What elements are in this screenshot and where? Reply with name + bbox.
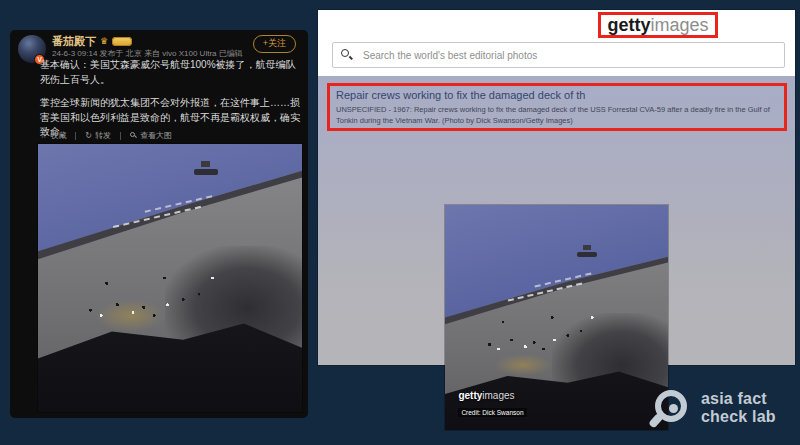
view-large-label: 查看大图	[140, 130, 172, 141]
repeat-icon: ↻	[85, 132, 92, 140]
watermark-credit: Credit: Dick Swanson	[458, 408, 526, 417]
crown-badge-icon: ♛	[100, 37, 108, 46]
post-paragraph: 基本确认：美国艾森豪威尔号航母100%被揍了，航母编队死伤上百号人。	[40, 58, 304, 87]
crew-figures	[38, 144, 302, 412]
fact-check-composite: V 番茄殿下 ♛ 24-6-3 09:14 发布于 北京 来自 vivo X10…	[0, 0, 800, 445]
favorite-action[interactable]: ☆ 收藏	[40, 130, 66, 141]
favorite-label: 收藏	[50, 130, 66, 141]
user-name-row: 番茄殿下 ♛	[52, 34, 132, 49]
photo-caption: UNSPECIFIED - 1967: Repair crews working…	[336, 104, 778, 127]
logo-line-1: asia fact	[701, 390, 776, 408]
weibo-post-panel: V 番茄殿下 ♛ 24-6-3 09:14 发布于 北京 来自 vivo X10…	[10, 30, 308, 418]
asia-fact-check-lab-logo: asia fact check lab	[652, 388, 776, 428]
divider	[75, 132, 76, 140]
logo-text: asia fact check lab	[701, 390, 776, 427]
post-action-bar: ☆ 收藏 ↻ 转发 查看大图	[40, 130, 172, 141]
username[interactable]: 番茄殿下	[52, 34, 96, 49]
repost-label: 转发	[95, 130, 111, 141]
repost-action[interactable]: ↻ 转发	[85, 130, 111, 141]
magnifier-icon	[130, 132, 137, 139]
getty-screenshot-panel: gettyimages Repair crews working to fix …	[318, 10, 795, 365]
getty-logo-bold: getty	[607, 15, 650, 35]
getty-logo-light: images	[650, 15, 708, 35]
follow-button[interactable]: +关注	[253, 35, 296, 53]
logo-annotation-box: gettyimages	[598, 12, 718, 38]
search-bar	[332, 42, 785, 68]
search-input[interactable]	[361, 49, 776, 62]
photo-title[interactable]: Repair crews working to fix the damaged …	[336, 89, 778, 101]
view-large-image-action[interactable]: 查看大图	[130, 130, 172, 141]
getty-watermark: gettyimages Credit: Dick Swanson	[458, 390, 526, 419]
getty-carrier-photo[interactable]: gettyimages Credit: Dick Swanson	[445, 205, 668, 430]
weibo-carrier-photo[interactable]	[38, 144, 302, 412]
bookmark-icon: ☆	[40, 132, 47, 140]
magnifier-logo-icon	[652, 388, 690, 428]
logo-line-2: check lab	[701, 408, 776, 426]
vip-badge-icon	[112, 37, 132, 46]
divider	[120, 132, 121, 140]
watermark-light: images	[482, 390, 514, 401]
getty-content-area: Repair crews working to fix the damaged …	[318, 76, 795, 365]
search-icon	[341, 49, 353, 61]
watermark-bold: getty	[458, 390, 482, 401]
caption-annotation-box: Repair crews working to fix the damaged …	[327, 83, 787, 131]
getty-logo[interactable]: gettyimages	[607, 15, 708, 36]
